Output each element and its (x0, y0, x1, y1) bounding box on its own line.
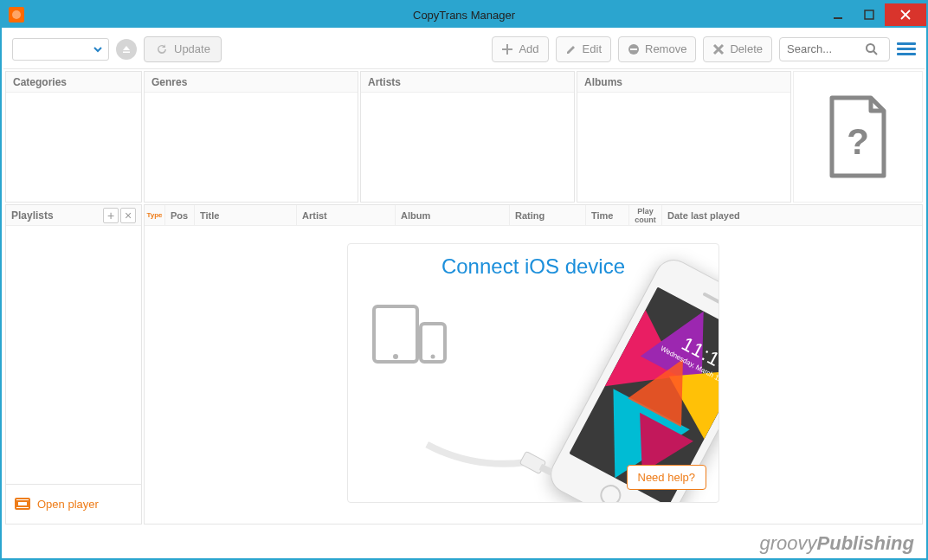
column-type[interactable]: Type (145, 205, 165, 225)
svg-text:?: ? (847, 121, 869, 162)
search-box[interactable] (779, 37, 890, 61)
categories-header: Categories (6, 72, 141, 93)
maximize-button[interactable] (854, 3, 885, 26)
svg-rect-2 (865, 10, 873, 19)
edit-button[interactable]: Edit (556, 36, 611, 62)
edit-label: Edit (583, 42, 602, 55)
pencil-icon (565, 43, 577, 55)
genres-panel: Genres (144, 71, 358, 203)
chevron-down-icon (93, 44, 103, 55)
delete-button[interactable]: Delete (703, 36, 772, 62)
refresh-icon (155, 42, 169, 56)
devices-icon (372, 305, 450, 365)
svg-rect-11 (17, 501, 28, 506)
albums-panel: Albums (577, 71, 791, 203)
eject-button[interactable] (116, 39, 137, 60)
delete-label: Delete (730, 42, 763, 55)
main-area: Type Pos Title Artist Album Rating Time … (144, 204, 923, 525)
svg-point-7 (867, 44, 874, 52)
column-time[interactable]: Time (586, 205, 629, 225)
playlist-add-button[interactable]: + (103, 208, 119, 223)
window-title: CopyTrans Manager (413, 9, 515, 22)
app-icon (9, 7, 24, 23)
player-icon (15, 498, 30, 512)
add-label: Add (519, 42, 538, 55)
close-button[interactable] (885, 3, 926, 26)
svg-rect-12 (374, 306, 417, 362)
minus-circle-icon (628, 43, 640, 55)
connect-device-card: Connect iOS device 11 (347, 243, 719, 503)
unknown-file-icon: ? (823, 93, 893, 180)
plus-icon (501, 43, 513, 55)
unknown-file-panel: ? (793, 71, 923, 203)
column-date-last-played[interactable]: Date last played (662, 205, 922, 225)
eject-icon (121, 44, 132, 55)
artists-panel: Artists (360, 71, 575, 203)
x-icon (712, 43, 725, 55)
lightning-cable-icon (425, 387, 580, 503)
search-icon (865, 42, 879, 56)
toolbar: Update Add Edit Remove Delete (3, 29, 925, 69)
remove-button[interactable]: Remove (618, 36, 696, 62)
column-pos[interactable]: Pos (165, 205, 195, 225)
svg-point-15 (431, 355, 435, 359)
artists-header: Artists (361, 72, 574, 93)
svg-point-13 (393, 354, 398, 359)
open-player-label: Open player (37, 498, 99, 511)
title-bar: CopyTrans Manager (2, 2, 926, 28)
svg-line-8 (873, 51, 877, 55)
search-input[interactable] (787, 42, 865, 55)
genres-header: Genres (145, 72, 358, 93)
update-button[interactable]: Update (144, 36, 222, 62)
column-title[interactable]: Title (195, 205, 297, 225)
menu-button[interactable] (897, 40, 916, 58)
categories-panel: Categories (5, 71, 142, 203)
table-header: Type Pos Title Artist Album Rating Time … (145, 205, 922, 226)
update-label: Update (174, 42, 210, 55)
minimize-button[interactable] (822, 3, 854, 26)
svg-point-0 (12, 10, 21, 19)
open-player-button[interactable]: Open player (5, 485, 142, 525)
column-artist[interactable]: Artist (297, 205, 396, 225)
device-dropdown[interactable] (12, 38, 109, 61)
playlists-label: Playlists (11, 209, 54, 222)
albums-header: Albums (577, 72, 790, 93)
playlist-remove-button[interactable]: × (120, 208, 136, 223)
column-album[interactable]: Album (396, 205, 510, 225)
playlists-panel: Playlists + × (5, 204, 142, 485)
svg-rect-1 (834, 17, 842, 19)
watermark: groovyPublishing (760, 532, 915, 555)
column-play-count[interactable]: Play count (629, 205, 662, 225)
svg-rect-6 (630, 48, 637, 50)
remove-label: Remove (645, 42, 686, 55)
need-help-button[interactable]: Need help? (627, 465, 707, 490)
column-rating[interactable]: Rating (510, 205, 586, 225)
add-button[interactable]: Add (492, 36, 548, 62)
